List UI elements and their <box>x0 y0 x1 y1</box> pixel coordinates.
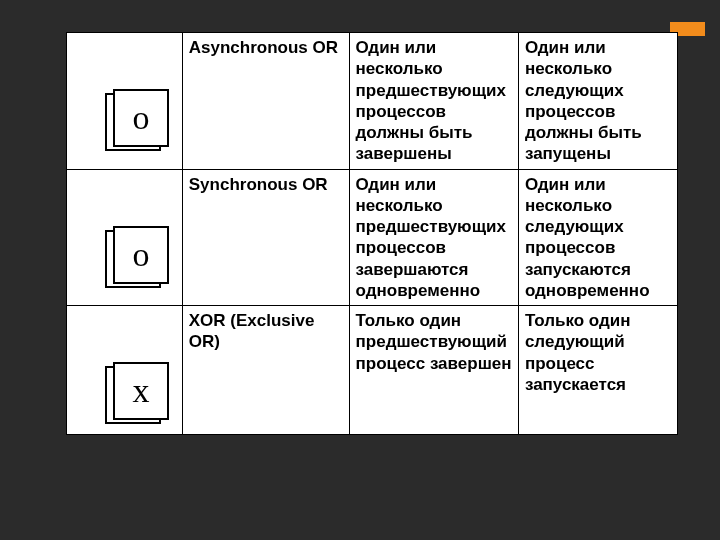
postcond-cell: Один или несколько следующих процессов д… <box>518 33 677 170</box>
glyph-letter: о <box>113 226 169 284</box>
postcond-cell: Только один следующий процесс запускаетс… <box>518 306 677 435</box>
glyph-letter: х <box>113 362 169 420</box>
symbol-cell: о <box>67 33 183 170</box>
name-cell: Synchronous OR <box>182 169 349 306</box>
name-cell: Asynchronous OR <box>182 33 349 170</box>
operators-table: о Asynchronous OR Один или несколько пре… <box>66 32 678 435</box>
precond-cell: Только один предшествующий процесс завер… <box>349 306 518 435</box>
slide-stage: о Asynchronous OR Один или несколько пре… <box>0 0 720 540</box>
table-row: х XOR (Exclusive OR) Только один предшес… <box>67 306 678 435</box>
operator-glyph: х <box>105 362 169 424</box>
precond-cell: Один или несколько предшествующих процес… <box>349 33 518 170</box>
symbol-cell: х <box>67 306 183 435</box>
table-row: о Synchronous OR Один или несколько пред… <box>67 169 678 306</box>
postcond-cell: Один или несколько следующих процессов з… <box>518 169 677 306</box>
operator-glyph: о <box>105 89 169 151</box>
operator-glyph: о <box>105 226 169 288</box>
name-cell: XOR (Exclusive OR) <box>182 306 349 435</box>
precond-cell: Один или несколько предшествующих процес… <box>349 169 518 306</box>
symbol-cell: о <box>67 169 183 306</box>
glyph-letter: о <box>113 89 169 147</box>
table-row: о Asynchronous OR Один или несколько пре… <box>67 33 678 170</box>
